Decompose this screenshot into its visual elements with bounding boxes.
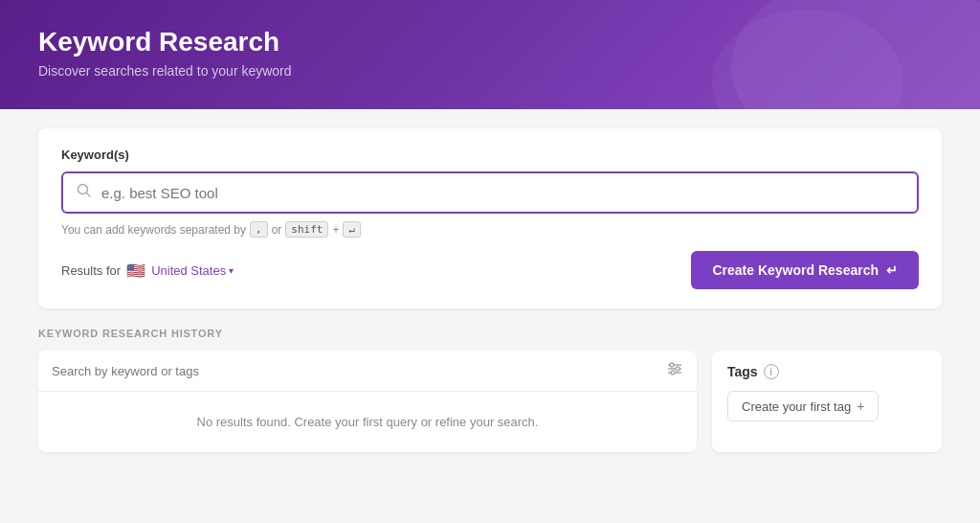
keywords-label: Keyword(s) <box>61 148 919 162</box>
create-button-label: Create Keyword Research <box>712 262 879 278</box>
page-subtitle: Discover searches related to your keywor… <box>38 63 942 79</box>
enter-icon: ↵ <box>886 262 898 278</box>
tags-title: Tags <box>727 364 758 379</box>
create-tag-label: Create your first tag <box>742 399 851 414</box>
country-selector[interactable]: United States ▾ <box>151 263 234 278</box>
svg-line-1 <box>87 193 91 197</box>
country-name: United States <box>151 263 226 278</box>
history-content: No results found. Create your first quer… <box>38 351 942 452</box>
plus-icon: + <box>857 398 864 414</box>
page-title: Keyword Research <box>38 27 942 57</box>
create-keyword-research-button[interactable]: Create Keyword Research ↵ <box>691 251 919 289</box>
keyword-input[interactable] <box>101 185 903 201</box>
main-content: Keyword(s) You can add keywords separate… <box>0 109 980 523</box>
country-flag: 🇺🇸 <box>126 262 145 280</box>
tags-panel: Tags i Create your first tag + <box>712 351 942 452</box>
history-search-input[interactable] <box>52 364 658 378</box>
chevron-down-icon: ▾ <box>229 265 234 276</box>
history-list-panel: No results found. Create your first quer… <box>38 351 697 452</box>
results-prefix: Results for <box>61 263 121 278</box>
keyword-input-wrapper[interactable] <box>61 171 919 214</box>
comma-key: , <box>250 221 268 238</box>
header-section: Keyword Research Discover searches relat… <box>0 0 980 109</box>
keyword-hint: You can add keywords separated by , or s… <box>61 221 919 238</box>
svg-point-5 <box>670 363 674 367</box>
filter-icon[interactable] <box>666 360 683 381</box>
history-section: KEYWORD RESEARCH HISTORY <box>38 328 942 504</box>
shift-key: shift <box>285 221 328 238</box>
search-footer: Results for 🇺🇸 United States ▾ Create Ke… <box>61 251 919 289</box>
svg-point-6 <box>676 367 679 371</box>
history-empty-message: No results found. Create your first quer… <box>38 392 697 452</box>
results-for: Results for 🇺🇸 United States ▾ <box>61 262 234 280</box>
tags-header: Tags i <box>727 364 926 379</box>
enter-key: ↵ <box>343 221 361 238</box>
svg-point-7 <box>671 371 675 375</box>
info-icon[interactable]: i <box>764 364 779 379</box>
history-section-title: KEYWORD RESEARCH HISTORY <box>38 328 942 339</box>
search-card: Keyword(s) You can add keywords separate… <box>38 128 942 308</box>
create-tag-button[interactable]: Create your first tag + <box>727 391 879 421</box>
search-icon <box>77 183 92 202</box>
history-search-bar <box>38 351 697 392</box>
